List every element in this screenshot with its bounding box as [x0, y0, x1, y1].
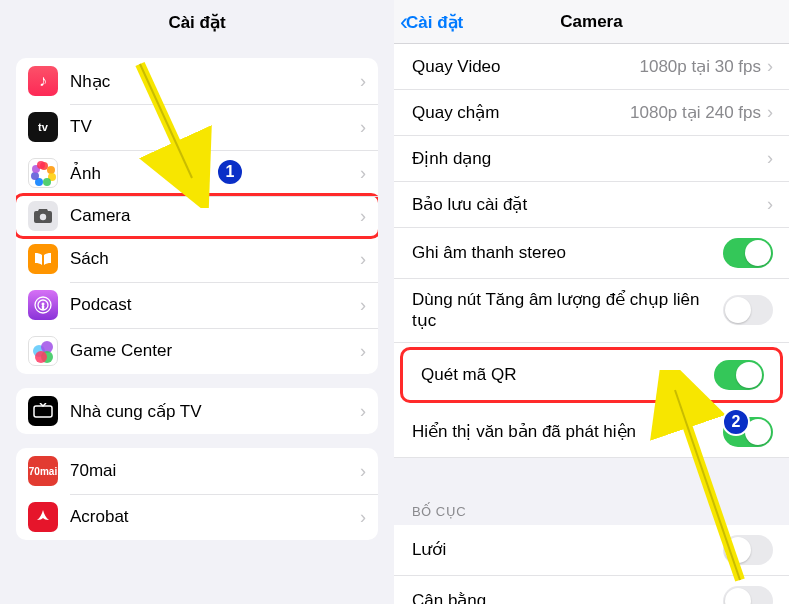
- row-preserve-settings[interactable]: Bảo lưu cài đặt ›: [394, 182, 789, 228]
- camera-icon: [28, 201, 58, 231]
- settings-group-apps: 70mai 70mai › Acrobat ›: [16, 448, 378, 540]
- stereo-toggle[interactable]: [723, 238, 773, 268]
- svg-point-0: [40, 214, 46, 220]
- settings-row-gamecenter[interactable]: Game Center ›: [16, 328, 378, 374]
- row-label: Định dạng: [412, 148, 767, 169]
- chevron-right-icon: ›: [360, 71, 366, 92]
- page-title: Cài đặt: [0, 0, 394, 44]
- svg-line-7: [140, 64, 192, 178]
- row-formats[interactable]: Định dạng ›: [394, 136, 789, 182]
- back-button[interactable]: ‹ Cài đặt: [400, 0, 463, 44]
- chevron-right-icon: ›: [360, 341, 366, 362]
- annotation-arrow-2: [620, 370, 760, 590]
- podcast-icon: [28, 290, 58, 320]
- row-label: Bảo lưu cài đặt: [412, 194, 767, 215]
- svg-rect-5: [34, 406, 52, 417]
- chevron-right-icon: ›: [360, 295, 366, 316]
- tv-icon: tv: [28, 112, 58, 142]
- row-label: Acrobat: [70, 507, 360, 527]
- gamecenter-icon: [28, 336, 58, 366]
- settings-row-books[interactable]: Sách ›: [16, 236, 378, 282]
- row-label: Dùng nút Tăng âm lượng để chụp liên tục: [412, 289, 723, 332]
- row-label: Nhà cung cấp TV: [70, 401, 360, 422]
- acrobat-icon: [28, 502, 58, 532]
- photos-icon: [28, 158, 58, 188]
- annotation-arrow-1: [120, 58, 220, 208]
- row-record-slomo[interactable]: Quay chậm 1080p tại 240 fps ›: [394, 90, 789, 136]
- chevron-right-icon: ›: [360, 249, 366, 270]
- svg-rect-4: [42, 305, 44, 310]
- 70mai-icon: 70mai: [28, 456, 58, 486]
- row-label: Camera: [70, 206, 360, 226]
- chevron-right-icon: ›: [767, 148, 773, 169]
- chevron-right-icon: ›: [360, 206, 366, 227]
- settings-row-70mai[interactable]: 70mai 70mai ›: [16, 448, 378, 494]
- row-label: Cân bằng: [412, 590, 723, 604]
- chevron-right-icon: ›: [360, 117, 366, 138]
- settings-row-tvprovider[interactable]: Nhà cung cấp TV ›: [16, 388, 378, 434]
- books-icon: [28, 244, 58, 274]
- row-label: Sách: [70, 249, 360, 269]
- annotation-badge-2: 2: [722, 408, 750, 436]
- row-stereo-audio[interactable]: Ghi âm thanh stereo: [394, 228, 789, 279]
- chevron-right-icon: ›: [767, 194, 773, 215]
- settings-group-tvprovider: Nhà cung cấp TV ›: [16, 388, 378, 434]
- tvprovider-icon: [28, 396, 58, 426]
- chevron-right-icon: ›: [767, 56, 773, 77]
- row-label: Quay Video: [412, 56, 639, 77]
- row-value: 1080p tại 240 fps: [630, 102, 761, 123]
- row-label: Game Center: [70, 341, 360, 361]
- chevron-right-icon: ›: [360, 461, 366, 482]
- row-label: 70mai: [70, 461, 360, 481]
- row-label: Podcast: [70, 295, 360, 315]
- chevron-right-icon: ›: [360, 163, 366, 184]
- settings-row-podcast[interactable]: Podcast ›: [16, 282, 378, 328]
- row-label: Ghi âm thanh stereo: [412, 242, 723, 263]
- row-volume-burst[interactable]: Dùng nút Tăng âm lượng để chụp liên tục: [394, 279, 789, 343]
- row-label: Quay chậm: [412, 102, 630, 123]
- page-title: Camera: [560, 12, 622, 32]
- chevron-right-icon: ›: [360, 401, 366, 422]
- settings-row-acrobat[interactable]: Acrobat ›: [16, 494, 378, 540]
- chevron-right-icon: ›: [360, 507, 366, 528]
- music-icon: ♪: [28, 66, 58, 96]
- back-label: Cài đặt: [406, 12, 463, 33]
- row-value: 1080p tại 30 fps: [639, 56, 761, 77]
- chevron-right-icon: ›: [767, 102, 773, 123]
- annotation-badge-1: 1: [216, 158, 244, 186]
- volume-burst-toggle[interactable]: [723, 295, 773, 325]
- header: ‹ Cài đặt Camera: [394, 0, 789, 44]
- row-record-video[interactable]: Quay Video 1080p tại 30 fps ›: [394, 44, 789, 90]
